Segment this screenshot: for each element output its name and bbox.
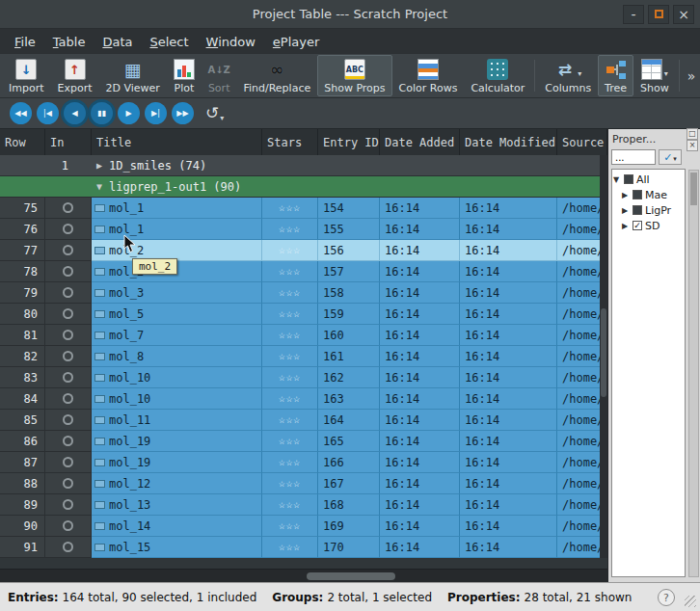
dropdown-caret-icon[interactable]: ▾ — [578, 69, 581, 78]
structure-toggle[interactable] — [94, 310, 105, 318]
stars-cell[interactable]: ☆☆☆ — [262, 325, 318, 346]
stars-cell[interactable]: ☆☆☆ — [262, 452, 318, 473]
structure-toggle[interactable] — [94, 522, 105, 530]
toolbar-button-plot[interactable]: Plot — [167, 55, 202, 96]
tree-item-ligpr[interactable]: ▶ LigPr — [613, 202, 684, 218]
menu-item-file[interactable]: File — [6, 32, 44, 52]
structure-toggle[interactable] — [94, 374, 105, 382]
structure-toggle[interactable] — [94, 247, 105, 254]
collapsed-arrow-icon[interactable]: ▶ — [96, 160, 109, 171]
toolbar-button-color-rows[interactable]: Color Rows — [392, 55, 465, 96]
vertical-scrollbar-thumb[interactable] — [601, 308, 606, 397]
checkbox[interactable] — [633, 190, 642, 199]
inclusion-circle[interactable] — [63, 308, 73, 319]
close-button[interactable]: × — [673, 5, 694, 24]
table-row[interactable]: 76 mol_1 ☆☆☆ 155 16:14 16:14 /home/ — [0, 219, 607, 240]
inclusion-circle[interactable] — [63, 542, 73, 552]
structure-toggle[interactable] — [94, 226, 105, 233]
stars-cell[interactable]: ☆☆☆ — [262, 198, 318, 219]
inclusion-circle[interactable] — [63, 478, 73, 489]
menu-item-table[interactable]: Table — [44, 32, 94, 52]
playback-play-forward-button[interactable]: ▶ — [118, 102, 140, 124]
table-row[interactable]: 84 mol_10 ☆☆☆ 163 16:14 16:14 /home/ — [0, 388, 607, 410]
table-row[interactable]: 85 mol_11 ☆☆☆ 164 16:14 16:14 /home/ — [0, 410, 607, 431]
structure-toggle[interactable] — [94, 416, 105, 424]
table-row[interactable]: 90 mol_14 ☆☆☆ 169 16:14 16:14 /home/ — [0, 516, 607, 537]
inclusion-circle[interactable] — [63, 202, 73, 213]
stars-cell[interactable]: ☆☆☆ — [262, 346, 318, 367]
stars-cell[interactable]: ☆☆☆ — [262, 388, 318, 410]
toolbar-button-tree[interactable]: Tree — [598, 55, 633, 96]
stars-cell[interactable]: ☆☆☆ — [262, 516, 318, 537]
structure-toggle[interactable] — [94, 480, 105, 488]
vertical-scrollbar[interactable] — [600, 155, 607, 558]
toolbar-overflow-button[interactable]: » — [683, 55, 700, 96]
menu-item-data[interactable]: Data — [94, 32, 141, 52]
minimize-button[interactable]: - — [623, 5, 644, 24]
in-cell[interactable] — [45, 325, 92, 346]
title-bar[interactable]: Project Table --- Scratch Project - × — [0, 0, 700, 29]
toolbar-button-calculator[interactable]: Calculator — [464, 55, 531, 96]
structure-toggle[interactable] — [94, 332, 105, 339]
stars-cell[interactable]: ☆☆☆ — [262, 282, 318, 304]
in-cell[interactable] — [45, 261, 92, 282]
horizontal-scrollbar[interactable] — [0, 569, 607, 582]
inclusion-circle[interactable] — [63, 520, 73, 531]
tree-item-all[interactable]: ▼ All — [613, 172, 684, 187]
stars-cell[interactable]: ☆☆☆ — [262, 261, 318, 282]
inclusion-circle[interactable] — [63, 287, 73, 298]
in-cell[interactable] — [45, 537, 92, 558]
playback-step-back-button[interactable]: |◀ — [37, 102, 59, 124]
in-cell[interactable] — [45, 240, 92, 261]
table-row[interactable]: 77 mol_2 ☆☆☆ 156 16:14 16:14 /home/ — [0, 240, 607, 261]
table-row[interactable]: 80 mol_5 ☆☆☆ 159 16:14 16:14 /home/ — [0, 304, 607, 325]
table-row[interactable]: 89 mol_13 ☆☆☆ 168 16:14 16:14 /home/ — [0, 494, 607, 516]
in-cell[interactable] — [45, 367, 92, 388]
inclusion-circle[interactable] — [63, 457, 73, 467]
checkbox[interactable]: ✓ — [633, 221, 642, 230]
structure-toggle[interactable] — [94, 544, 105, 551]
structure-toggle[interactable] — [94, 289, 105, 297]
structure-toggle[interactable] — [94, 459, 105, 466]
menu-item-eplayer[interactable]: ePlayer — [264, 32, 328, 52]
expand-arrow-icon[interactable]: ▶ — [622, 222, 630, 230]
inclusion-circle[interactable] — [63, 499, 73, 510]
column-header-in[interactable]: In — [45, 129, 92, 155]
expand-arrow-icon[interactable]: ▼ — [613, 175, 621, 184]
column-header-stars[interactable]: Stars — [262, 129, 318, 155]
loop-button[interactable]: ↺ ▾ — [205, 105, 224, 122]
column-header-entry-id[interactable]: Entry ID — [318, 129, 380, 155]
menu-item-window[interactable]: Window — [198, 32, 264, 52]
dropdown-caret-icon[interactable]: ▾ — [664, 69, 668, 78]
panel-scrollbar-thumb[interactable] — [690, 173, 697, 205]
toolbar-button-columns[interactable]: ⇄ ▾ Columns — [538, 55, 598, 96]
stars-cell[interactable]: ☆☆☆ — [262, 473, 318, 494]
playback-skip-to-end-button[interactable]: ▶▶ — [172, 102, 194, 124]
table-row[interactable]: 91 mol_15 ☆☆☆ 170 16:14 16:14 /home/ — [0, 537, 607, 558]
in-cell[interactable] — [45, 219, 92, 240]
in-cell[interactable] — [45, 388, 92, 410]
stars-cell[interactable]: ☆☆☆ — [262, 410, 318, 431]
menu-item-select[interactable]: Select — [141, 32, 197, 52]
in-cell[interactable] — [45, 198, 92, 219]
filter-apply-button[interactable]: ✓ ▾ — [659, 149, 682, 165]
group-row-ligprep-out[interactable]: ▼ ligprep_1-out1 (90) — [0, 176, 607, 198]
detach-panel-button[interactable]: □ — [687, 128, 698, 140]
toolbar-button-export[interactable]: ↑ Export — [51, 55, 99, 96]
inclusion-circle[interactable] — [63, 372, 73, 383]
maximize-button[interactable] — [648, 5, 669, 24]
in-cell[interactable] — [45, 452, 92, 473]
checkbox[interactable] — [624, 174, 633, 184]
in-cell[interactable] — [45, 410, 92, 431]
column-header-row[interactable]: Row — [0, 129, 45, 155]
resize-grip[interactable] — [685, 596, 696, 607]
table-row[interactable]: 81 mol_7 ☆☆☆ 160 16:14 16:14 /home/ — [0, 325, 607, 346]
panel-scrollbar[interactable] — [688, 170, 699, 577]
toolbar-button-2d-viewer[interactable]: ▦ 2D Viewer — [99, 55, 167, 96]
table-row[interactable]: 86 mol_19 ☆☆☆ 165 16:14 16:14 /home/ — [0, 431, 607, 452]
inclusion-circle[interactable] — [63, 351, 73, 361]
column-header-source[interactable]: Source — [557, 129, 607, 155]
expand-arrow-icon[interactable]: ▶ — [622, 206, 630, 215]
structure-toggle[interactable] — [94, 501, 105, 509]
column-header-title[interactable]: Title — [92, 129, 262, 155]
